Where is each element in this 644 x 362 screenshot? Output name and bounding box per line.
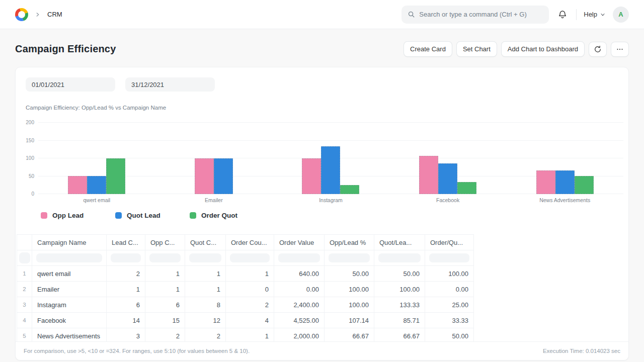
legend-label: Quot Lead: [127, 212, 160, 219]
column-filter-input[interactable]: [230, 253, 270, 262]
table-row[interactable]: 2Emailer11100.00100.00100.000.00: [17, 282, 474, 297]
legend-label: Order Quot: [201, 212, 237, 219]
table-filter-row: [17, 250, 474, 266]
bar-opp-lead[interactable]: [302, 158, 321, 194]
report-footer: For comparison, use >5, <10 or =324. For…: [16, 341, 628, 360]
add-chart-to-dashboard-button[interactable]: Add Chart to Dashboard: [501, 41, 585, 57]
avatar[interactable]: A: [613, 7, 629, 23]
legend-item[interactable]: Order Quot: [190, 212, 264, 219]
column-filter-input[interactable]: [111, 253, 141, 262]
create-card-button[interactable]: Create Card: [404, 41, 452, 57]
filter-cell: [325, 250, 374, 266]
bar-groups: [38, 123, 623, 194]
execution-time: Execution Time: 0.014023 sec: [543, 348, 620, 354]
set-chart-button[interactable]: Set Chart: [456, 41, 497, 57]
column-filter-input[interactable]: [189, 253, 221, 262]
legend-swatch-icon: [41, 212, 47, 219]
column-filter-input[interactable]: [378, 253, 421, 262]
column-header[interactable]: Opp/Lead %: [325, 235, 374, 250]
column-filter-input[interactable]: [429, 253, 469, 262]
bar-order-quot[interactable]: [340, 185, 359, 194]
notifications-button[interactable]: [556, 8, 569, 21]
chart-x-axis: qwert emailEmailerInstagramFacebookNews …: [38, 197, 623, 203]
report-table: Campaign NameLead C...Opp C...Quot C...O…: [17, 234, 474, 344]
value-cell: 100.00: [325, 282, 374, 297]
value-cell: 133.33: [374, 297, 425, 313]
app-logo-icon[interactable]: [15, 8, 28, 21]
bar-group: [272, 123, 389, 194]
bar-quot-lead[interactable]: [214, 158, 233, 194]
filter-cell: [226, 250, 274, 266]
value-cell: 1: [145, 266, 185, 282]
row-index: 2: [17, 282, 32, 297]
y-tick-label: 200: [26, 120, 34, 125]
column-header[interactable]: Lead C...: [107, 235, 145, 250]
refresh-button[interactable]: [589, 42, 607, 57]
navbar-right: Help A: [401, 6, 629, 24]
help-menu[interactable]: Help: [584, 11, 606, 18]
column-filter-input[interactable]: [19, 252, 30, 263]
column-header[interactable]: Order/Qu...: [425, 235, 474, 250]
table-row[interactable]: 4Facebook14151244,525.00107.1485.7133.33: [17, 313, 474, 328]
filter-cell: [107, 250, 145, 266]
column-header[interactable]: Quot/Lea...: [374, 235, 425, 250]
bar-group: [506, 123, 623, 194]
value-cell: 4: [226, 313, 274, 328]
from-date-filter[interactable]: [26, 77, 115, 92]
value-cell: 14: [107, 313, 145, 328]
breadcrumb-link-crm[interactable]: CRM: [47, 11, 62, 18]
table-row[interactable]: 3Instagram66822,400.00100.00133.3325.00: [17, 297, 474, 313]
legend-label: Opp Lead: [52, 212, 84, 219]
value-cell: 2: [107, 266, 145, 282]
legend-item[interactable]: Quot Lead: [115, 212, 190, 219]
filter-cell: [374, 250, 425, 266]
column-filter-input[interactable]: [36, 253, 102, 262]
column-header[interactable]: Quot C...: [185, 235, 226, 250]
navbar-divider: [576, 9, 577, 20]
column-header[interactable]: Opp C...: [145, 235, 185, 250]
y-tick-label: 50: [29, 173, 34, 179]
value-cell: 1: [185, 266, 226, 282]
chart-title: Campaign Efficiency: Opp/Lead % vs Campa…: [26, 105, 618, 111]
chart-plot: 050100150200: [38, 123, 623, 194]
column-filter-input[interactable]: [278, 253, 320, 262]
bar-opp-lead[interactable]: [195, 158, 214, 194]
table-row[interactable]: 1qwert email2111640.0050.0050.00100.00: [17, 266, 474, 282]
value-cell: 0.00: [425, 282, 474, 297]
bar-quot-lead[interactable]: [87, 176, 106, 194]
bar-opp-lead[interactable]: [68, 176, 87, 194]
bar-order-quot[interactable]: [106, 158, 125, 194]
bar-opp-lead[interactable]: [536, 170, 555, 194]
bar-quot-lead[interactable]: [555, 170, 575, 194]
filter-cell: [185, 250, 226, 266]
menu-button[interactable]: [611, 42, 629, 57]
column-filter-input[interactable]: [149, 253, 181, 262]
value-cell: 8: [185, 297, 226, 313]
value-cell: 100.00: [325, 297, 374, 313]
bar-order-quot[interactable]: [457, 182, 476, 194]
bar-opp-lead[interactable]: [419, 156, 438, 194]
bar-quot-lead[interactable]: [321, 146, 340, 194]
search-icon: [408, 11, 415, 18]
report-chart: Campaign Efficiency: Opp/Lead % vs Campa…: [16, 105, 628, 219]
ellipsis-icon: [616, 45, 624, 53]
row-index: 1: [17, 266, 32, 282]
column-header[interactable]: Campaign Name: [32, 235, 107, 250]
row-index-header: [17, 235, 32, 250]
report-filters: [16, 67, 628, 92]
column-filter-input[interactable]: [329, 253, 370, 262]
column-header[interactable]: Order Cou...: [226, 235, 274, 250]
value-cell: 1: [145, 282, 185, 297]
value-cell: 6: [145, 297, 185, 313]
search-input[interactable]: [419, 11, 543, 18]
bar-group: [155, 123, 273, 194]
help-label: Help: [584, 11, 597, 18]
column-header[interactable]: Order Value: [274, 235, 325, 250]
bar-order-quot[interactable]: [575, 176, 594, 194]
to-date-filter[interactable]: [125, 77, 215, 92]
bar-quot-lead[interactable]: [438, 163, 457, 194]
global-search[interactable]: [401, 6, 549, 24]
filter-cell: [274, 250, 325, 266]
chevron-down-icon: [600, 12, 606, 18]
legend-item[interactable]: Opp Lead: [41, 212, 115, 219]
